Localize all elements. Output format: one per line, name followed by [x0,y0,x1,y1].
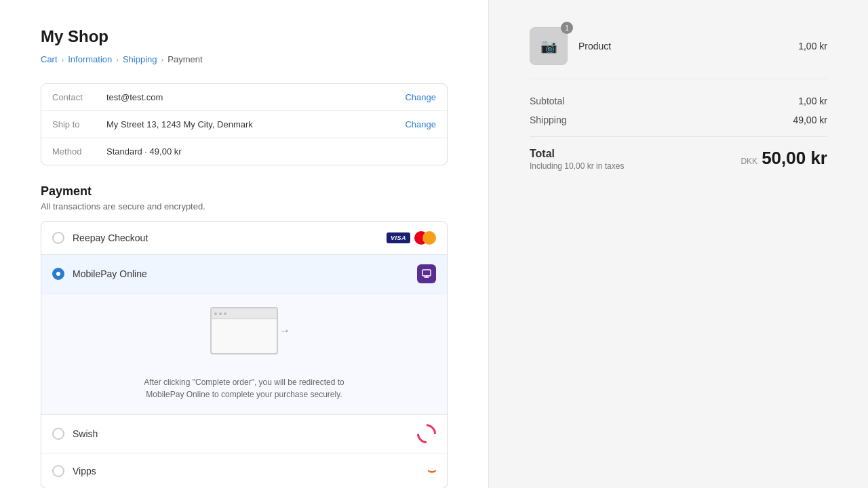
subtotal-row: Subtotal 1,00 kr [530,96,827,106]
payment-name-swish: Swish [73,428,417,439]
shop-title: My Shop [41,27,448,46]
total-label: Total [530,148,624,160]
total-tax: Including 10,00 kr in taxes [530,161,624,171]
total-row: Total Including 10,00 kr in taxes DKK 50… [530,148,827,171]
method-label: Method [52,146,106,157]
product-row: 📷 1 Product 1,00 kr [530,27,827,79]
product-image-wrap: 📷 1 [530,27,568,65]
payment-option-swish[interactable]: Swish [41,415,447,453]
redirect-box: → After clicking "Complete order", you w… [41,293,447,414]
right-panel: 📷 1 Product 1,00 kr Subtotal 1,00 kr Shi… [488,0,868,488]
ship-to-change-link[interactable]: Change [405,119,436,129]
mastercard-icon [414,231,436,245]
browser-dot-2 [219,312,222,315]
total-price-group: DKK 50,00 kr [741,148,827,169]
payment-name-vipps: Vipps [73,466,427,476]
payment-option-vipps[interactable]: Vipps ⌣ [41,453,447,488]
radio-swish [52,428,64,440]
contact-change-link[interactable]: Change [405,92,436,102]
browser-bar [212,308,277,319]
browser-dot-3 [224,312,226,315]
mobilepay-expanded: → After clicking "Complete order", you w… [41,293,447,415]
breadcrumb-sep-1: › [62,56,64,64]
ship-to-row: Ship to My Street 13, 1243 My City, Denm… [41,111,447,138]
visa-icon: VISA [387,232,410,243]
product-price: 1,00 kr [798,41,827,52]
subtotal-label: Subtotal [530,96,564,106]
total-currency: DKK [741,157,757,166]
mobilepay-icon [417,264,436,283]
method-value: Standard · 49,00 kr [106,146,436,157]
payment-options-container: Reepay Checkout VISA MobilePay Online [41,221,448,488]
payment-name-reepay: Reepay Checkout [73,232,387,243]
browser-dot-1 [214,312,217,315]
breadcrumb: Cart › Information › Shipping › Payment [41,54,448,64]
radio-inner-mobilepay [56,272,60,276]
redirect-arrow-icon: → [279,325,290,337]
mc-circle-right [422,231,436,245]
order-info-box: Contact test@test.com Change Ship to My … [41,83,448,165]
payment-option-reepay[interactable]: Reepay Checkout VISA [41,222,447,255]
shipping-row: Shipping 49,00 kr [530,115,827,125]
payment-subtitle: All transactions are secure and encrypte… [41,201,448,211]
payment-option-mobilepay[interactable]: MobilePay Online [41,255,447,293]
summary-divider [530,136,827,137]
vipps-icon: ⌣ [427,463,436,479]
ship-to-value: My Street 13, 1243 My City, Denmark [106,119,405,129]
method-row: Method Standard · 49,00 kr [41,138,447,165]
swish-icon [413,420,440,447]
breadcrumb-sep-2: › [116,56,119,64]
radio-reepay [52,232,64,244]
mobilepay-icons [417,264,436,283]
reepay-icons: VISA [387,231,436,245]
payment-name-mobilepay: MobilePay Online [73,268,417,279]
subtotal-value: 1,00 kr [798,96,827,106]
shipping-value: 49,00 kr [793,115,827,125]
contact-label: Contact [52,92,106,102]
product-badge: 1 [561,22,573,34]
ship-to-label: Ship to [52,119,106,129]
camera-icon: 📷 [540,38,557,54]
swish-icons [417,424,436,443]
breadcrumb-shipping[interactable]: Shipping [123,54,157,64]
product-image: 📷 [530,27,568,65]
payment-title: Payment [41,184,448,199]
contact-row: Contact test@test.com Change [41,84,447,111]
breadcrumb-sep-3: › [161,56,164,64]
vipps-icons: ⌣ [427,463,436,479]
contact-value: test@test.com [106,92,405,102]
total-label-group: Total Including 10,00 kr in taxes [530,148,624,171]
breadcrumb-cart[interactable]: Cart [41,54,58,64]
left-panel: My Shop Cart › Information › Shipping › … [0,0,488,488]
redirect-text: After clicking "Complete order", you wil… [129,376,359,401]
total-amount: 50,00 kr [762,148,827,169]
radio-mobilepay [52,268,64,280]
shipping-label: Shipping [530,115,567,125]
payment-section: Payment All transactions are secure and … [41,184,448,211]
browser-window-icon: → [210,307,278,354]
breadcrumb-information[interactable]: Information [68,54,112,64]
product-name: Product [578,41,787,52]
radio-vipps [52,465,64,477]
breadcrumb-current: Payment [167,54,202,64]
svg-rect-0 [422,270,431,276]
